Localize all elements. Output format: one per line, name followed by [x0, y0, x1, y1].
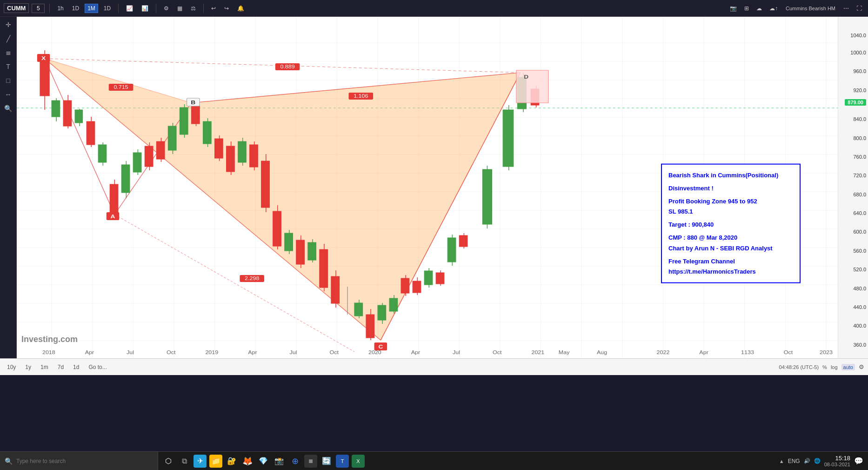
symbol-label[interactable]: CUMM — [4, 3, 29, 13]
histogram-icon[interactable]: ▦ — [174, 4, 185, 13]
svg-text:Jul: Jul — [290, 350, 297, 355]
excel-icon[interactable]: X — [352, 455, 365, 468]
line-chart-icon[interactable]: 📈 — [123, 4, 136, 13]
cortana-btn[interactable]: ⬡ — [162, 455, 175, 468]
taskbar-app5[interactable]: ■ — [304, 455, 317, 468]
redo-icon[interactable]: ↪ — [221, 4, 232, 13]
watermark: Investing.com — [21, 335, 78, 344]
bar-chart-icon[interactable]: 📊 — [139, 4, 151, 13]
text-tool[interactable]: T — [5, 61, 12, 72]
svg-rect-155 — [516, 70, 548, 103]
percent-label: % — [822, 364, 827, 370]
shape-tool[interactable]: □ — [5, 75, 11, 86]
svg-rect-105 — [261, 161, 270, 208]
firefox-icon[interactable]: 🦊 — [241, 455, 254, 468]
translate-icon[interactable]: T — [336, 455, 349, 468]
fullscreen-btn[interactable]: ⛶ — [854, 4, 864, 13]
timeframe-1d-2[interactable]: 1D — [101, 4, 114, 13]
svg-rect-122 — [366, 315, 374, 338]
tf-1d[interactable]: 1d — [70, 363, 82, 372]
chart-main[interactable]: ▣ Cummins India Ltd India M NSE O 0787.0… — [17, 17, 838, 358]
tf-1m[interactable]: 1m — [37, 363, 52, 372]
svg-text:B: B — [191, 100, 195, 105]
multiplier-input[interactable]: 5 — [32, 4, 45, 13]
tf-1y[interactable]: 1y — [22, 363, 34, 372]
svg-text:A: A — [111, 214, 115, 219]
toolbar-right: 📷 ⊞ ☁ ☁↑ Cummins Bearish HM ⋯ ⛶ — [728, 4, 864, 13]
cursor-tool[interactable]: ✛ — [4, 20, 13, 30]
cloud-save-btn[interactable]: ☁ — [754, 4, 764, 13]
search-input[interactable] — [16, 458, 153, 464]
taskbar-app6[interactable]: 🔄 — [320, 455, 333, 468]
svg-rect-89 — [168, 126, 176, 150]
price-360: 360.0 — [853, 342, 866, 348]
alert-icon[interactable]: 🔔 — [234, 4, 247, 13]
measure-tool[interactable]: ↔ — [4, 89, 13, 100]
search-bar[interactable]: 🔍 — [0, 452, 158, 470]
svg-rect-69 — [52, 101, 60, 117]
svg-text:May: May — [559, 350, 570, 355]
more-btn[interactable]: ⋯ — [841, 4, 851, 13]
taskbar-app3[interactable]: 💎 — [257, 455, 270, 468]
info-line5: CMP : 880 @ Mar 8,2020 — [668, 233, 793, 243]
info-line6: Chart by Arun N - SEBI RGD Analyst — [668, 243, 793, 253]
svg-text:Oct: Oct — [784, 350, 793, 355]
taskbar-right: ▲ ENG 🔊 🌐 15:18 08-03-2021 💬 — [775, 455, 868, 467]
taskbar-app2[interactable]: 🔐 — [225, 455, 238, 468]
tf-10y[interactable]: 10y — [4, 363, 19, 372]
info-line3: SL 985.1 — [668, 207, 793, 217]
svg-text:2023: 2023 — [820, 350, 833, 355]
svg-rect-109 — [285, 233, 293, 251]
undo-icon[interactable]: ↩ — [208, 4, 219, 13]
price-440: 440.0 — [853, 304, 866, 310]
separator-4 — [203, 4, 204, 13]
svg-rect-130 — [413, 281, 421, 293]
svg-rect-77 — [98, 145, 107, 162]
volume-icon[interactable]: 🔊 — [804, 458, 810, 464]
trend-line-tool[interactable]: ╱ — [5, 34, 12, 44]
left-toolbar: ✛ ╱ ≣ T □ ↔ 🔍 — [0, 17, 17, 358]
task-view-btn[interactable]: ⧉ — [178, 455, 191, 468]
separator-2 — [118, 4, 119, 13]
chrome-icon[interactable]: ⊕ — [288, 455, 301, 468]
svg-text:Oct: Oct — [329, 350, 339, 355]
svg-text:Aug: Aug — [597, 350, 607, 355]
settings-icon[interactable]: ⚙ — [161, 4, 172, 13]
layout-btn[interactable]: ⊞ — [742, 4, 751, 13]
svg-rect-73 — [75, 110, 82, 123]
svg-text:X: X — [41, 55, 46, 61]
svg-text:2019: 2019 — [205, 350, 218, 355]
notification-icon[interactable]: 💬 — [854, 457, 863, 465]
timeframe-1d-1[interactable]: 1D — [69, 4, 82, 13]
network-icon[interactable]: 🌐 — [814, 458, 821, 464]
svg-rect-75 — [87, 121, 95, 145]
taskbar-up-arrow[interactable]: ▲ — [779, 458, 784, 464]
svg-text:0.715: 0.715 — [114, 85, 128, 90]
telegram-icon[interactable]: ✈ — [194, 455, 207, 468]
timeframe-1m[interactable]: 1M — [85, 4, 98, 13]
svg-rect-117 — [331, 276, 340, 303]
info-line8: https://t.me/HarmonicsTraders — [668, 266, 793, 276]
clock: 15:18 08-03-2021 — [824, 455, 850, 467]
svg-text:Apr: Apr — [248, 350, 257, 355]
file-explorer-icon[interactable]: 📁 — [209, 455, 222, 468]
price-520: 520.0 — [853, 267, 866, 272]
tf-7d[interactable]: 7d — [54, 363, 67, 372]
svg-rect-91 — [180, 107, 188, 134]
cloud-load-btn[interactable]: ☁↑ — [767, 4, 780, 13]
fib-tool[interactable]: ≣ — [4, 47, 13, 58]
svg-text:2020: 2020 — [368, 350, 381, 355]
settings-btn[interactable]: ⚙ — [859, 363, 864, 370]
taskbar-icons: ⬡ ⧉ ✈ 📁 🔐 🦊 💎 📸 ⊕ ■ 🔄 T X — [158, 455, 368, 468]
clock-time: 15:18 — [824, 455, 850, 462]
svg-text:2021: 2021 — [531, 350, 544, 355]
svg-rect-103 — [250, 145, 258, 167]
scale-icon[interactable]: ⚖ — [188, 4, 199, 13]
screenshot-btn[interactable]: 📷 — [728, 4, 739, 13]
goto-btn[interactable]: Go to... — [85, 363, 110, 372]
svg-rect-101 — [238, 141, 247, 162]
taskbar-app4[interactable]: 📸 — [273, 455, 286, 468]
zoom-tool[interactable]: 🔍 — [3, 103, 13, 114]
timeframe-1h[interactable]: 1h — [54, 4, 66, 13]
price-840: 840.0 — [853, 116, 866, 122]
